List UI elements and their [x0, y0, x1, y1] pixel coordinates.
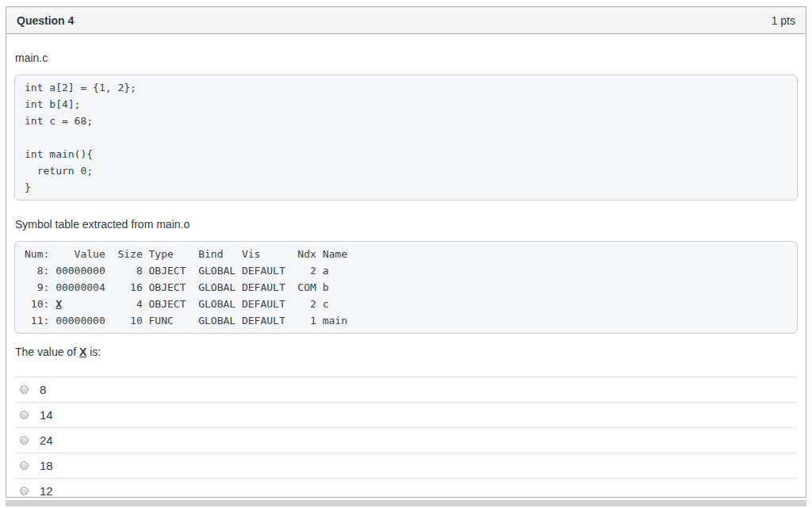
question-header: Question 4 1 pts: [6, 7, 806, 34]
symtab-label: Symbol table extracted from main.o: [15, 217, 798, 231]
code-line: [25, 129, 787, 146]
radio-button-icon[interactable]: [20, 385, 29, 394]
answer-options: 8 14 24 18 12: [14, 376, 798, 503]
option-label: 12: [40, 484, 53, 498]
prompt-prefix: The value of: [15, 346, 79, 358]
answer-option-3[interactable]: 24: [14, 427, 798, 453]
symtab-header-line: Num: Value Size Type Bind Vis Ndx Name: [25, 246, 787, 262]
question-body: main.c int a[2] = {1, 2}; int b[4]; int …: [6, 34, 806, 503]
quiz-page: Question 4 1 pts main.c int a[2] = {1, 2…: [0, 0, 812, 506]
option-label: 8: [40, 383, 46, 396]
option-label: 14: [40, 408, 53, 422]
question-title: Question 4: [17, 14, 74, 27]
answer-option-5[interactable]: 12: [14, 478, 798, 503]
option-label: 18: [40, 459, 53, 472]
code-line: int b[4];: [25, 96, 787, 113]
option-label: 24: [40, 434, 53, 447]
radio-button-icon[interactable]: [20, 436, 29, 445]
code-line: return 0;: [25, 162, 787, 179]
code-line: int main(){: [25, 146, 787, 162]
code-line: }: [25, 179, 787, 196]
radio-button-icon[interactable]: [20, 487, 29, 495]
question-prompt: The value of X is:: [15, 345, 798, 359]
symtab-row: 11: 00000000 10 FUNC GLOBAL DEFAULT 1 ma…: [25, 312, 787, 329]
prompt-x: X: [79, 346, 86, 358]
prompt-suffix: is:: [86, 346, 101, 358]
symtab-x-value: X: [56, 298, 62, 310]
symtab-row: 8: 00000000 8 OBJECT GLOBAL DEFAULT 2 a: [25, 262, 787, 279]
question-card: Question 4 1 pts main.c int a[2] = {1, 2…: [6, 6, 806, 498]
symtab-row: 9: 00000004 16 OBJECT GLOBAL DEFAULT COM…: [25, 279, 787, 296]
answer-option-4[interactable]: 18: [14, 453, 798, 478]
symtab-x-suffix: 4 OBJECT GLOBAL DEFAULT 2 c: [62, 298, 329, 310]
radio-button-icon[interactable]: [20, 461, 29, 470]
file-label: main.c: [15, 51, 798, 65]
symtab-x-prefix: 10:: [25, 298, 56, 310]
radio-button-icon[interactable]: [20, 411, 29, 419]
code-line: int a[2] = {1, 2};: [25, 79, 787, 96]
question-points: 1 pts: [772, 14, 795, 27]
symbol-table-block: Num: Value Size Type Bind Vis Ndx Name 8…: [14, 241, 798, 334]
code-line: int c = 68;: [25, 113, 787, 129]
symtab-row-with-x: 10: X 4 OBJECT GLOBAL DEFAULT 2 c: [25, 296, 787, 312]
answer-option-1[interactable]: 8: [14, 376, 798, 402]
answer-option-2[interactable]: 14: [14, 402, 798, 427]
main-c-code-block: int a[2] = {1, 2}; int b[4]; int c = 68;…: [14, 74, 798, 201]
